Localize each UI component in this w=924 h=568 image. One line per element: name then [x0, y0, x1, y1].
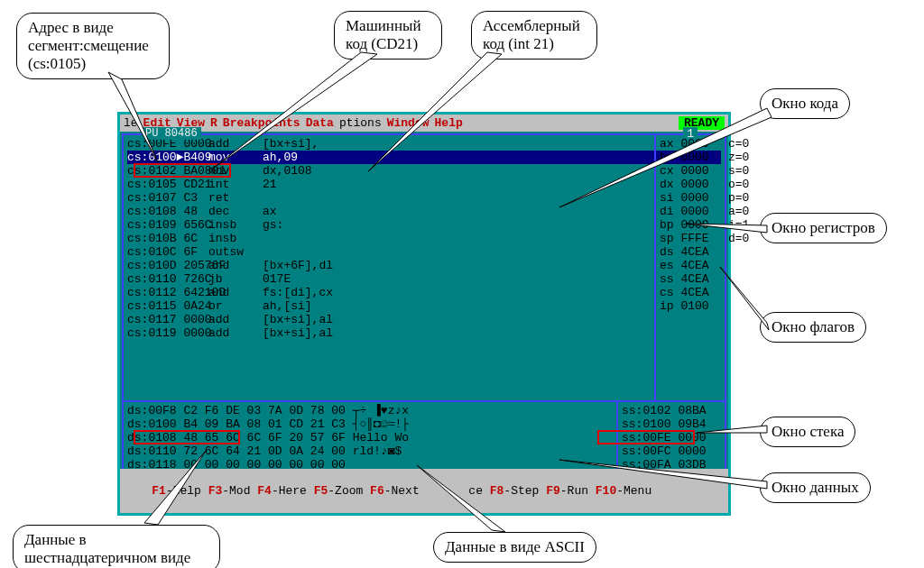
- register-row[interactable]: dx 0000: [660, 178, 721, 191]
- flag-row[interactable]: i=1: [728, 218, 755, 232]
- register-row[interactable]: ds 4CEA: [660, 245, 721, 259]
- callout-ac: Ассемблерный код (int 21): [471, 11, 597, 60]
- stack-row[interactable]: ss:0100 09B4: [622, 417, 721, 431]
- register-row[interactable]: ax 0000: [660, 137, 721, 151]
- code-listing[interactable]: cs:00FE 0000 add [bx+si],cs:0100►B409 mo…: [124, 135, 725, 342]
- flag-row[interactable]: z=0: [728, 151, 755, 164]
- code-row[interactable]: cs:0105 CD21 int 21: [127, 178, 721, 191]
- register-row[interactable]: di 0000: [660, 205, 721, 218]
- dump-pane[interactable]: ds:00F8 C2 F6 DE 03 7A 0D 78 00 ┬÷ ▐♥z♪x…: [122, 402, 726, 476]
- debugger-window: le Edit View R Breakpoints Data ptions W…: [117, 112, 731, 516]
- register-row[interactable]: bx 0000: [660, 151, 721, 164]
- register-row[interactable]: si 0000: [660, 191, 721, 205]
- status-bar[interactable]: F1-Help F3-Mod F4-Here F5-Zoom F6-Next c…: [120, 469, 728, 513]
- code-row[interactable]: cs:010B 6C insb: [127, 232, 721, 245]
- callout-addr: Адрес в виде сегмент:смещение (cs:0105): [16, 13, 170, 79]
- callout-stackwin: Окно стека: [760, 417, 855, 447]
- register-row[interactable]: sp FFFE: [660, 232, 721, 245]
- menu-options[interactable]: ptions: [339, 116, 382, 130]
- callout-codewin: Окно кода: [760, 88, 850, 119]
- callout-regwin: Окно регистров: [760, 213, 887, 243]
- code-row[interactable]: cs:010D 20576F and [bx+6F],dl: [127, 259, 721, 272]
- callout-ascii: Данные в виде ASCII: [433, 532, 596, 563]
- stack-row[interactable]: ss:00FE 0000: [622, 431, 721, 444]
- stack-pane[interactable]: ss:0102 08BAss:0100 09B4ss:00FE 0000ss:0…: [616, 402, 725, 474]
- menu-window[interactable]: Window: [387, 116, 430, 130]
- code-row[interactable]: cs:0119 0000 add [bx+si],al: [127, 326, 721, 340]
- flags-pane[interactable]: c=0z=0s=0o=0p=0a=0i=1d=0: [726, 135, 757, 400]
- code-row[interactable]: cs:0109 656C insb gs:: [127, 218, 721, 232]
- callout-datawin: Окно данных: [760, 472, 871, 503]
- code-row[interactable]: cs:0100►B409 mov ah,09: [127, 151, 721, 164]
- callout-hex: Данные в шестнадцатеричном виде: [13, 525, 220, 568]
- flag-row[interactable]: c=0: [728, 137, 755, 151]
- flag-row[interactable]: o=0: [728, 178, 755, 191]
- register-pane[interactable]: ax 0000bx 0000cx 0000dx 0000si 0000di 00…: [654, 135, 725, 400]
- code-row[interactable]: cs:00FE 0000 add [bx+si],: [127, 137, 721, 151]
- menu-data[interactable]: Data: [306, 116, 334, 130]
- register-row[interactable]: es 4CEA: [660, 259, 721, 272]
- register-row[interactable]: bp 0000: [660, 218, 721, 232]
- stack-row[interactable]: ss:0102 08BA: [622, 404, 721, 417]
- register-row[interactable]: cs 4CEA: [660, 286, 721, 299]
- code-row[interactable]: cs:0117 0000 add [bx+si],al: [127, 313, 721, 326]
- code-row[interactable]: cs:0108 48 dec ax: [127, 205, 721, 218]
- register-row[interactable]: cx 0000: [660, 164, 721, 178]
- menu-bar[interactable]: le Edit View R Breakpoints Data ptions W…: [120, 115, 728, 132]
- callout-flagwin: Окно флагов: [760, 312, 866, 343]
- code-row[interactable]: cs:0115 0A24 or ah,[si]: [127, 299, 721, 313]
- cpu-title: PU 80486: [142, 127, 201, 140]
- code-row[interactable]: cs:0112 64210D and fs:[di],cx: [127, 286, 721, 299]
- code-row[interactable]: cs:0110 726C jb 017E: [127, 272, 721, 286]
- code-row[interactable]: cs:0107 C3 ret: [127, 191, 721, 205]
- code-row[interactable]: cs:010C 6F outsw: [127, 245, 721, 259]
- stack-row[interactable]: ss:00FC 0000: [622, 444, 721, 458]
- flag-row[interactable]: s=0: [728, 164, 755, 178]
- cpu-pane: PU 80486 1 cs:00FE 0000 add [bx+si],cs:0…: [122, 133, 726, 402]
- callout-mc: Машинный код (CD21): [334, 11, 442, 60]
- menu-file[interactable]: le: [124, 116, 138, 130]
- menu-breakpoints[interactable]: Breakpoints: [223, 116, 300, 130]
- menu-run[interactable]: R: [210, 116, 217, 130]
- flag-row[interactable]: a=0: [728, 205, 755, 218]
- menu-help[interactable]: Help: [435, 116, 463, 130]
- flag-row[interactable]: d=0: [728, 232, 755, 245]
- register-row[interactable]: ss 4CEA: [660, 272, 721, 286]
- flag-row[interactable]: p=0: [728, 191, 755, 205]
- code-row[interactable]: cs:0102 BA0801 mov dx,0108: [127, 164, 721, 178]
- register-row[interactable]: ip 0100: [660, 299, 721, 313]
